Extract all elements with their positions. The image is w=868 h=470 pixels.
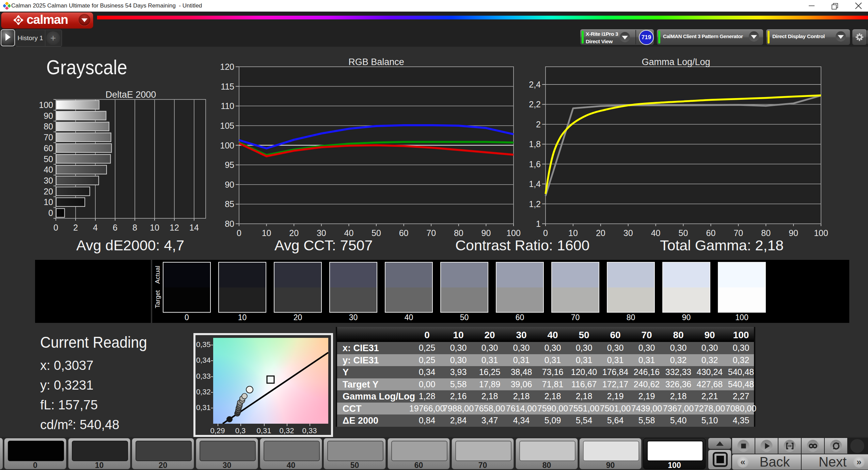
svg-text:100: 100: [506, 228, 521, 238]
svg-text:40: 40: [344, 228, 353, 238]
svg-text:70: 70: [426, 228, 436, 238]
svg-text:0: 0: [237, 228, 241, 238]
svg-text:30: 30: [317, 228, 326, 238]
svg-text:80: 80: [454, 228, 463, 238]
svg-text:10: 10: [568, 228, 578, 238]
svg-text:4: 4: [93, 223, 98, 232]
svg-text:DeltaE 2000: DeltaE 2000: [106, 90, 156, 100]
svg-text:90: 90: [225, 180, 234, 189]
svg-text:1: 1: [536, 219, 541, 229]
svg-text:120: 120: [220, 62, 234, 72]
svg-text:2,2: 2,2: [529, 99, 541, 109]
svg-text:1,8: 1,8: [529, 139, 541, 149]
svg-text:95: 95: [225, 160, 234, 170]
svg-text:30: 30: [624, 228, 633, 238]
svg-text:70: 70: [44, 132, 53, 142]
svg-text:RGB Balance: RGB Balance: [348, 57, 404, 67]
svg-text:60: 60: [44, 143, 53, 153]
svg-text:20: 20: [289, 228, 299, 238]
svg-text:80: 80: [44, 122, 53, 131]
svg-text:50: 50: [372, 228, 381, 238]
svg-text:90: 90: [789, 228, 798, 238]
svg-text:1,4: 1,4: [529, 179, 541, 189]
svg-text:10: 10: [44, 197, 53, 207]
svg-text:1,2: 1,2: [529, 199, 541, 209]
svg-text:0: 0: [48, 208, 53, 218]
svg-text:0: 0: [53, 223, 58, 232]
svg-text:20: 20: [44, 187, 53, 196]
svg-text:80: 80: [761, 228, 771, 238]
svg-text:40: 40: [651, 228, 661, 238]
svg-text:40: 40: [44, 165, 53, 174]
svg-text:100: 100: [220, 141, 234, 150]
svg-text:50: 50: [44, 154, 53, 164]
svg-text:70: 70: [733, 228, 743, 238]
svg-text:110: 110: [221, 101, 234, 111]
svg-text:8: 8: [132, 223, 137, 232]
svg-text:20: 20: [596, 228, 605, 238]
svg-text:115: 115: [221, 82, 234, 91]
svg-text:105: 105: [220, 121, 234, 130]
svg-text:2: 2: [536, 120, 541, 129]
svg-text:60: 60: [399, 228, 409, 238]
svg-text:30: 30: [44, 176, 53, 185]
svg-text:1,6: 1,6: [529, 159, 541, 169]
svg-text:14: 14: [189, 223, 199, 232]
svg-text:85: 85: [225, 199, 234, 209]
svg-text:90: 90: [44, 111, 53, 121]
svg-text:6: 6: [113, 223, 117, 232]
svg-text:80: 80: [225, 219, 234, 229]
svg-text:2,4: 2,4: [529, 80, 541, 89]
svg-text:100: 100: [814, 228, 828, 238]
svg-text:100: 100: [39, 100, 53, 110]
svg-text:10: 10: [262, 228, 271, 238]
svg-text:2: 2: [73, 223, 78, 232]
svg-text:50: 50: [679, 228, 688, 238]
svg-text:90: 90: [481, 228, 491, 238]
svg-text:60: 60: [706, 228, 715, 238]
svg-text:Gamma Log/Log: Gamma Log/Log: [642, 57, 710, 67]
svg-text:10: 10: [150, 223, 159, 232]
svg-text:0: 0: [543, 228, 548, 238]
svg-text:12: 12: [170, 223, 179, 232]
